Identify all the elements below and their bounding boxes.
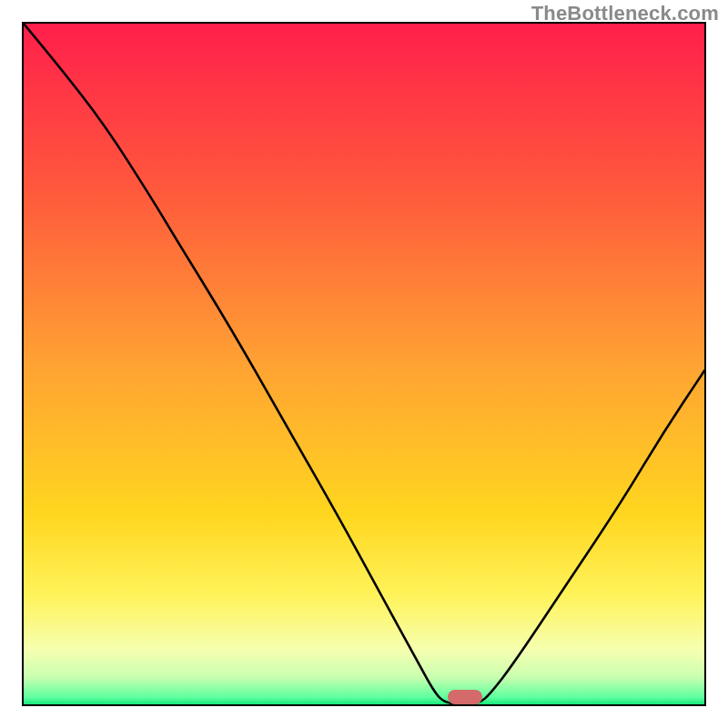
watermark-text: TheBottleneck.com xyxy=(531,2,719,25)
chart-container: TheBottleneck.com xyxy=(0,0,728,728)
background-gradient xyxy=(24,24,704,704)
svg-rect-0 xyxy=(24,24,704,704)
plot-area xyxy=(22,22,706,706)
